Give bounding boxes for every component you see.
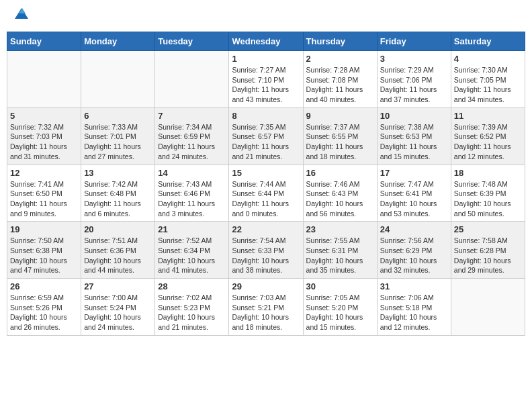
calendar-cell: 19Sunrise: 7:50 AM Sunset: 6:38 PM Dayli…	[7, 222, 81, 279]
page-header	[7, 7, 525, 26]
logo	[12, 7, 30, 26]
day-info: Sunrise: 7:44 AM Sunset: 6:44 PM Dayligh…	[232, 179, 300, 219]
day-info: Sunrise: 7:51 AM Sunset: 6:36 PM Dayligh…	[84, 236, 152, 275]
day-number: 13	[84, 168, 152, 178]
day-info: Sunrise: 7:54 AM Sunset: 6:33 PM Dayligh…	[232, 236, 300, 275]
day-info: Sunrise: 7:34 AM Sunset: 6:59 PM Dayligh…	[158, 122, 226, 162]
day-number: 8	[232, 111, 300, 121]
calendar-week-row: 1Sunrise: 7:27 AM Sunset: 7:10 PM Daylig…	[7, 51, 525, 108]
weekday-header-tuesday: Tuesday	[155, 32, 229, 51]
day-number: 6	[84, 111, 152, 121]
day-number: 22	[232, 224, 300, 234]
day-info: Sunrise: 7:35 AM Sunset: 6:57 PM Dayligh…	[232, 122, 300, 162]
day-info: Sunrise: 7:43 AM Sunset: 6:46 PM Dayligh…	[158, 179, 226, 219]
weekday-header-row: SundayMondayTuesdayWednesdayThursdayFrid…	[7, 32, 525, 51]
day-info: Sunrise: 6:59 AM Sunset: 5:26 PM Dayligh…	[10, 293, 78, 332]
calendar-cell: 10Sunrise: 7:38 AM Sunset: 6:53 PM Dayli…	[377, 107, 451, 165]
day-info: Sunrise: 7:41 AM Sunset: 6:50 PM Dayligh…	[10, 179, 78, 219]
calendar-cell: 9Sunrise: 7:37 AM Sunset: 6:55 PM Daylig…	[303, 107, 377, 165]
day-info: Sunrise: 7:00 AM Sunset: 5:24 PM Dayligh…	[84, 293, 152, 332]
day-info: Sunrise: 7:05 AM Sunset: 5:20 PM Dayligh…	[306, 293, 374, 332]
calendar-cell: 27Sunrise: 7:00 AM Sunset: 5:24 PM Dayli…	[81, 279, 155, 336]
day-info: Sunrise: 7:42 AM Sunset: 6:48 PM Dayligh…	[84, 179, 152, 219]
day-number: 14	[158, 168, 226, 178]
day-info: Sunrise: 7:56 AM Sunset: 6:29 PM Dayligh…	[380, 236, 448, 275]
calendar-cell: 24Sunrise: 7:56 AM Sunset: 6:29 PM Dayli…	[377, 222, 451, 279]
day-number: 24	[380, 224, 448, 234]
day-info: Sunrise: 7:37 AM Sunset: 6:55 PM Dayligh…	[306, 122, 374, 162]
calendar-cell: 21Sunrise: 7:52 AM Sunset: 6:34 PM Dayli…	[155, 222, 229, 279]
calendar-cell: 23Sunrise: 7:55 AM Sunset: 6:31 PM Dayli…	[303, 222, 377, 279]
calendar-week-row: 19Sunrise: 7:50 AM Sunset: 6:38 PM Dayli…	[7, 222, 525, 279]
calendar-cell: 1Sunrise: 7:27 AM Sunset: 7:10 PM Daylig…	[229, 51, 303, 108]
calendar-cell: 15Sunrise: 7:44 AM Sunset: 6:44 PM Dayli…	[229, 165, 303, 222]
calendar-cell: 22Sunrise: 7:54 AM Sunset: 6:33 PM Dayli…	[229, 222, 303, 279]
calendar-cell: 17Sunrise: 7:47 AM Sunset: 6:41 PM Dayli…	[377, 165, 451, 222]
calendar-cell	[81, 51, 155, 108]
day-info: Sunrise: 7:58 AM Sunset: 6:28 PM Dayligh…	[454, 236, 522, 275]
day-number: 3	[380, 54, 448, 64]
weekday-header-monday: Monday	[81, 32, 155, 51]
day-number: 19	[10, 224, 78, 234]
day-info: Sunrise: 7:30 AM Sunset: 7:05 PM Dayligh…	[454, 65, 522, 105]
day-number: 30	[306, 281, 374, 291]
calendar-cell: 14Sunrise: 7:43 AM Sunset: 6:46 PM Dayli…	[155, 165, 229, 222]
day-number: 15	[232, 168, 300, 178]
calendar-week-row: 26Sunrise: 6:59 AM Sunset: 5:26 PM Dayli…	[7, 279, 525, 336]
day-number: 26	[10, 281, 78, 291]
day-info: Sunrise: 7:03 AM Sunset: 5:21 PM Dayligh…	[232, 293, 300, 332]
calendar-cell: 7Sunrise: 7:34 AM Sunset: 6:59 PM Daylig…	[155, 107, 229, 165]
calendar-cell: 3Sunrise: 7:29 AM Sunset: 7:06 PM Daylig…	[377, 51, 451, 108]
day-number: 11	[454, 111, 522, 121]
day-info: Sunrise: 7:55 AM Sunset: 6:31 PM Dayligh…	[306, 236, 374, 275]
calendar-cell: 20Sunrise: 7:51 AM Sunset: 6:36 PM Dayli…	[81, 222, 155, 279]
day-number: 16	[306, 168, 374, 178]
day-info: Sunrise: 7:48 AM Sunset: 6:39 PM Dayligh…	[454, 179, 522, 219]
calendar-cell	[7, 51, 81, 108]
day-info: Sunrise: 7:27 AM Sunset: 7:10 PM Dayligh…	[232, 65, 300, 105]
day-number: 1	[232, 54, 300, 64]
day-number: 7	[158, 111, 226, 121]
calendar-cell: 16Sunrise: 7:46 AM Sunset: 6:43 PM Dayli…	[303, 165, 377, 222]
logo-icon	[13, 7, 30, 23]
calendar-cell: 6Sunrise: 7:33 AM Sunset: 7:01 PM Daylig…	[81, 107, 155, 165]
day-number: 27	[84, 281, 152, 291]
day-number: 10	[380, 111, 448, 121]
day-number: 28	[158, 281, 226, 291]
day-number: 25	[454, 224, 522, 234]
calendar-cell: 30Sunrise: 7:05 AM Sunset: 5:20 PM Dayli…	[303, 279, 377, 336]
calendar-cell: 29Sunrise: 7:03 AM Sunset: 5:21 PM Dayli…	[229, 279, 303, 336]
day-info: Sunrise: 7:29 AM Sunset: 7:06 PM Dayligh…	[380, 65, 448, 105]
day-info: Sunrise: 7:06 AM Sunset: 5:18 PM Dayligh…	[380, 293, 448, 332]
calendar-table: SundayMondayTuesdayWednesdayThursdayFrid…	[7, 32, 525, 336]
calendar-cell: 18Sunrise: 7:48 AM Sunset: 6:39 PM Dayli…	[451, 165, 525, 222]
day-info: Sunrise: 7:46 AM Sunset: 6:43 PM Dayligh…	[306, 179, 374, 219]
day-number: 31	[380, 281, 448, 291]
day-number: 2	[306, 54, 374, 64]
weekday-header-friday: Friday	[377, 32, 451, 51]
calendar-cell	[155, 51, 229, 108]
day-number: 4	[454, 54, 522, 64]
weekday-header-saturday: Saturday	[451, 32, 525, 51]
calendar-cell	[451, 279, 525, 336]
calendar-cell: 4Sunrise: 7:30 AM Sunset: 7:05 PM Daylig…	[451, 51, 525, 108]
day-info: Sunrise: 7:33 AM Sunset: 7:01 PM Dayligh…	[84, 122, 152, 162]
weekday-header-sunday: Sunday	[7, 32, 81, 51]
calendar-cell: 12Sunrise: 7:41 AM Sunset: 6:50 PM Dayli…	[7, 165, 81, 222]
day-number: 5	[10, 111, 78, 121]
calendar-cell: 25Sunrise: 7:58 AM Sunset: 6:28 PM Dayli…	[451, 222, 525, 279]
day-number: 29	[232, 281, 300, 291]
calendar-week-row: 5Sunrise: 7:32 AM Sunset: 7:03 PM Daylig…	[7, 107, 525, 165]
weekday-header-wednesday: Wednesday	[229, 32, 303, 51]
day-number: 17	[380, 168, 448, 178]
calendar-cell: 11Sunrise: 7:39 AM Sunset: 6:52 PM Dayli…	[451, 107, 525, 165]
calendar-week-row: 12Sunrise: 7:41 AM Sunset: 6:50 PM Dayli…	[7, 165, 525, 222]
calendar-cell: 8Sunrise: 7:35 AM Sunset: 6:57 PM Daylig…	[229, 107, 303, 165]
day-info: Sunrise: 7:02 AM Sunset: 5:23 PM Dayligh…	[158, 293, 226, 332]
day-info: Sunrise: 7:52 AM Sunset: 6:34 PM Dayligh…	[158, 236, 226, 275]
calendar-cell: 31Sunrise: 7:06 AM Sunset: 5:18 PM Dayli…	[377, 279, 451, 336]
calendar-cell: 13Sunrise: 7:42 AM Sunset: 6:48 PM Dayli…	[81, 165, 155, 222]
day-number: 12	[10, 168, 78, 178]
calendar-cell: 28Sunrise: 7:02 AM Sunset: 5:23 PM Dayli…	[155, 279, 229, 336]
day-number: 9	[306, 111, 374, 121]
